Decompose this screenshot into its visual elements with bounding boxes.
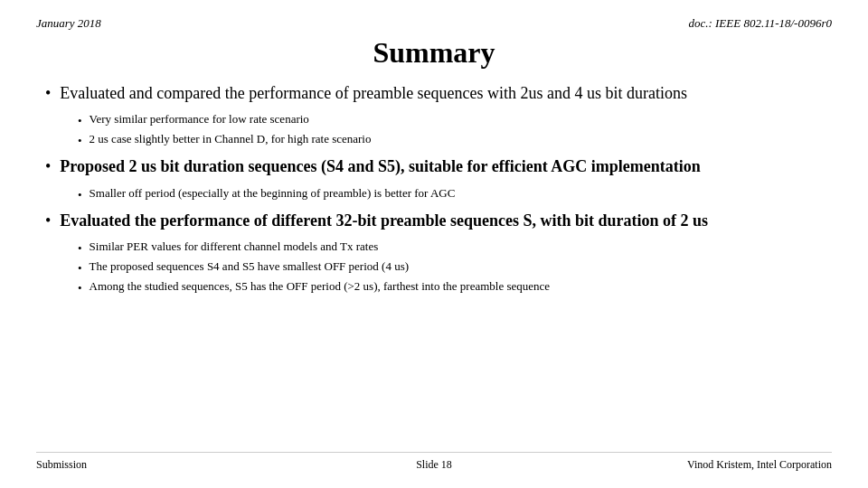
- sub-text-3-1: Similar PER values for different channel…: [90, 239, 379, 255]
- header-doc: doc.: IEEE 802.11-18/-0096r0: [688, 16, 832, 31]
- bullet-3: • Evaluated the performance of different…: [45, 210, 832, 231]
- bullet-text-2: Proposed 2 us bit duration sequences (S4…: [60, 155, 700, 177]
- sub-text-1-1: Very similar performance for low rate sc…: [90, 111, 309, 127]
- bullet-text-1: Evaluated and compared the performance o…: [60, 82, 687, 104]
- slide-footer: Submission Slide 18 Vinod Kristem, Intel…: [36, 452, 832, 472]
- slide-content: • Evaluated and compared the performance…: [36, 82, 832, 448]
- sub-bullet-3-1: • Similar PER values for different chann…: [78, 239, 832, 256]
- bullet-symbol-1: •: [45, 84, 51, 103]
- bullet-symbol-3: •: [45, 211, 51, 230]
- sub-text-3-2: The proposed sequences S4 and S5 have sm…: [90, 258, 409, 275]
- bullet-2: • Proposed 2 us bit duration sequences (…: [45, 155, 832, 177]
- sub-bullets-2: • Smaller off period (especially at the …: [78, 185, 832, 202]
- sub-bullets-3: • Similar PER values for different chann…: [78, 239, 832, 296]
- header-date: January 2018: [36, 16, 101, 31]
- sub-bullets-1: • Very similar performance for low rate …: [78, 111, 832, 148]
- sub-symbol-3-3: •: [78, 281, 82, 296]
- sub-bullet-2-1: • Smaller off period (especially at the …: [78, 185, 832, 202]
- sub-symbol-2-1: •: [78, 188, 82, 202]
- footer-slide-number: Slide 18: [301, 458, 566, 472]
- slide: January 2018 doc.: IEEE 802.11-18/-0096r…: [0, 0, 868, 488]
- sub-bullet-1-1: • Very similar performance for low rate …: [78, 111, 832, 128]
- bullet-symbol-2: •: [45, 157, 51, 176]
- sub-bullet-1-2: • 2 us case slightly better in Channel D…: [78, 131, 832, 148]
- sub-text-1-2: 2 us case slightly better in Channel D, …: [90, 131, 372, 147]
- sub-symbol-3-1: •: [78, 241, 82, 256]
- bullet-1: • Evaluated and compared the performance…: [45, 82, 832, 104]
- bullet-text-3: Evaluated the performance of different 3…: [60, 210, 708, 231]
- footer-submission: Submission: [36, 458, 301, 472]
- footer-author: Vinod Kristem, Intel Corporation: [567, 458, 832, 472]
- sub-symbol-1-2: •: [78, 134, 82, 148]
- sub-symbol-3-2: •: [78, 261, 82, 276]
- slide-title: Summary: [36, 36, 832, 70]
- sub-symbol-1-1: •: [78, 114, 82, 128]
- sub-bullet-3-3: • Among the studied sequences, S5 has th…: [78, 278, 832, 296]
- sub-text-3-3: Among the studied sequences, S5 has the …: [90, 278, 551, 295]
- slide-header: January 2018 doc.: IEEE 802.11-18/-0096r…: [36, 16, 832, 31]
- sub-bullet-3-2: • The proposed sequences S4 and S5 have …: [78, 258, 832, 276]
- sub-text-2-1: Smaller off period (especially at the be…: [90, 185, 456, 202]
